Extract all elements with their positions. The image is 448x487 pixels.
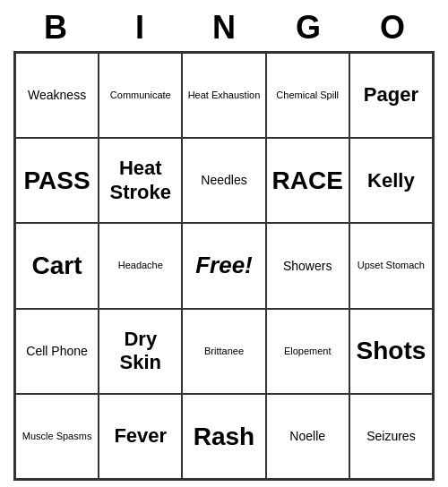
cell-text-r3-c4: Shots (357, 336, 426, 366)
cell-r1-c3: RACE (266, 138, 349, 223)
cell-text-r3-c0: Cell Phone (26, 344, 88, 359)
cell-text-r3-c2: Brittanee (204, 346, 244, 357)
cell-text-r4-c2: Rash (194, 422, 254, 452)
cell-r1-c0: PASS (15, 138, 99, 223)
cell-r3-c4: Shots (349, 309, 433, 394)
cell-r2-c0: Cart (15, 223, 99, 308)
cell-text-r2-c0: Cart (32, 251, 82, 281)
header-letter-N: N (185, 9, 263, 47)
cell-r1-c1: Heat Stroke (99, 138, 182, 223)
cell-text-r1-c0: PASS (24, 166, 90, 196)
cell-r4-c1: Fever (99, 394, 182, 479)
cell-r0-c3: Chemical Spill (266, 53, 349, 138)
cell-text-r0-c0: Weakness (28, 88, 86, 103)
header-letter-O: O (353, 9, 432, 47)
header-letter-B: B (16, 9, 95, 47)
cell-r0-c2: Heat Exhaustion (182, 53, 265, 138)
cell-r4-c4: Seizures (349, 394, 433, 479)
cell-r2-c3: Showers (266, 223, 349, 308)
cell-r4-c0: Muscle Spasms (15, 394, 99, 479)
cell-text-r0-c4: Pager (364, 83, 418, 107)
cell-text-r4-c3: Noelle (289, 429, 325, 444)
cell-text-r0-c3: Chemical Spill (276, 90, 339, 101)
bingo-grid: WeaknessCommunicateHeat ExhaustionChemic… (13, 51, 435, 481)
cell-text-r1-c2: Needles (201, 173, 246, 188)
cell-text-r0-c1: Communicate (110, 90, 171, 101)
cell-text-r2-c2: Free! (195, 252, 253, 279)
header-letter-I: I (100, 9, 179, 47)
cell-r3-c0: Cell Phone (15, 309, 99, 394)
cell-text-r2-c1: Headache (118, 260, 163, 271)
cell-r4-c2: Rash (182, 394, 265, 479)
cell-r4-c3: Noelle (266, 394, 349, 479)
cell-text-r0-c2: Heat Exhaustion (188, 90, 261, 101)
cell-r2-c1: Headache (99, 223, 182, 308)
cell-text-r2-c3: Showers (283, 259, 332, 274)
cell-text-r4-c0: Muscle Spasms (22, 431, 92, 442)
cell-r1-c4: Kelly (349, 138, 433, 223)
cell-r3-c2: Brittanee (182, 309, 265, 394)
cell-text-r1-c3: RACE (272, 166, 343, 196)
bingo-header: BINGO (13, 0, 435, 51)
cell-r0-c4: Pager (349, 53, 433, 138)
cell-r2-c4: Upset Stomach (349, 223, 433, 308)
cell-text-r3-c1: Dry Skin (103, 328, 177, 375)
cell-r3-c1: Dry Skin (99, 309, 182, 394)
cell-text-r1-c4: Kelly (367, 169, 415, 192)
cell-r0-c1: Communicate (99, 53, 182, 138)
cell-r0-c0: Weakness (15, 53, 99, 138)
cell-text-r1-c1: Heat Stroke (103, 157, 177, 204)
header-letter-G: G (269, 9, 348, 47)
cell-text-r4-c1: Fever (114, 424, 167, 448)
cell-r3-c3: Elopement (266, 309, 349, 394)
cell-text-r4-c4: Seizures (366, 429, 415, 444)
cell-r2-c2: Free! (182, 223, 265, 308)
cell-text-r2-c4: Upset Stomach (358, 260, 425, 271)
cell-text-r3-c3: Elopement (284, 346, 332, 357)
cell-r1-c2: Needles (182, 138, 265, 223)
